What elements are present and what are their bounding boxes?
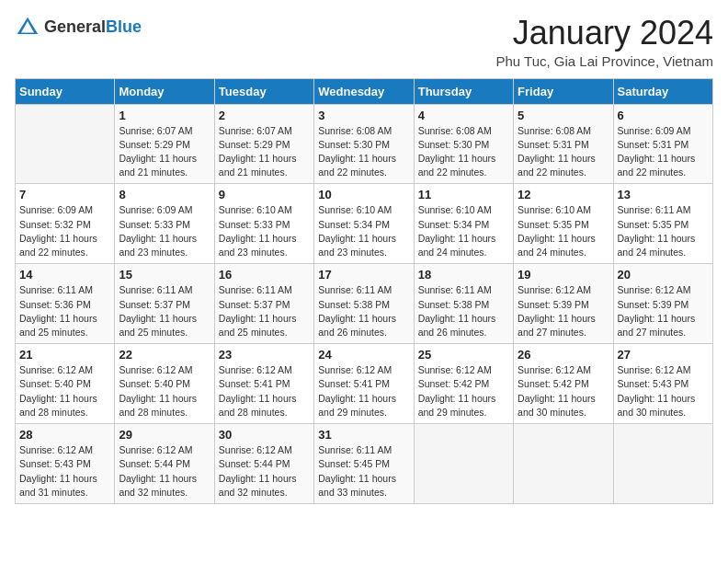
day-info: Sunrise: 6:08 AM Sunset: 5:30 PM Dayligh… — [318, 124, 409, 180]
day-number: 26 — [518, 348, 609, 362]
day-number: 1 — [119, 109, 210, 122]
logo-icon — [15, 15, 40, 40]
calendar-cell: 22Sunrise: 6:12 AM Sunset: 5:40 PM Dayli… — [115, 344, 214, 424]
calendar-cell: 16Sunrise: 6:11 AM Sunset: 5:37 PM Dayli… — [214, 264, 313, 344]
logo: General Blue — [15, 15, 142, 40]
day-number: 21 — [19, 348, 110, 362]
calendar-cell — [16, 104, 115, 184]
calendar-cell: 23Sunrise: 6:12 AM Sunset: 5:41 PM Dayli… — [214, 344, 313, 424]
calendar-week-row: 7Sunrise: 6:09 AM Sunset: 5:32 PM Daylig… — [16, 184, 713, 264]
calendar-week-row: 21Sunrise: 6:12 AM Sunset: 5:40 PM Dayli… — [16, 344, 713, 424]
calendar-cell — [414, 424, 513, 504]
day-info: Sunrise: 6:11 AM Sunset: 5:38 PM Dayligh… — [318, 283, 409, 339]
day-info: Sunrise: 6:12 AM Sunset: 5:44 PM Dayligh… — [219, 443, 310, 500]
day-info: Sunrise: 6:08 AM Sunset: 5:30 PM Dayligh… — [418, 124, 509, 180]
day-number: 28 — [19, 428, 110, 442]
day-number: 4 — [418, 109, 509, 122]
day-info: Sunrise: 6:08 AM Sunset: 5:31 PM Dayligh… — [518, 124, 609, 180]
day-number: 13 — [618, 188, 709, 201]
calendar-week-row: 14Sunrise: 6:11 AM Sunset: 5:36 PM Dayli… — [16, 264, 713, 344]
calendar-subtitle: Phu Tuc, Gia Lai Province, Vietnam — [495, 53, 713, 69]
calendar-cell: 3Sunrise: 6:08 AM Sunset: 5:30 PM Daylig… — [314, 104, 414, 184]
calendar-week-row: 28Sunrise: 6:12 AM Sunset: 5:43 PM Dayli… — [16, 424, 713, 504]
logo-text: General Blue — [44, 18, 142, 37]
day-info: Sunrise: 6:10 AM Sunset: 5:33 PM Dayligh… — [219, 203, 310, 259]
logo-blue: Blue — [106, 18, 142, 37]
day-info: Sunrise: 6:10 AM Sunset: 5:34 PM Dayligh… — [418, 203, 509, 259]
day-number: 10 — [318, 188, 409, 201]
day-info: Sunrise: 6:07 AM Sunset: 5:29 PM Dayligh… — [219, 124, 310, 180]
weekday-header-saturday: Saturday — [613, 78, 712, 104]
day-number: 8 — [119, 188, 210, 201]
day-number: 5 — [518, 109, 609, 122]
day-number: 11 — [418, 188, 509, 201]
day-number: 7 — [19, 188, 110, 201]
day-number: 12 — [518, 188, 609, 201]
calendar-cell: 2Sunrise: 6:07 AM Sunset: 5:29 PM Daylig… — [214, 104, 313, 184]
day-info: Sunrise: 6:12 AM Sunset: 5:40 PM Dayligh… — [119, 363, 210, 419]
weekday-header-friday: Friday — [514, 78, 613, 104]
day-number: 24 — [318, 348, 409, 362]
calendar-cell: 24Sunrise: 6:12 AM Sunset: 5:41 PM Dayli… — [314, 344, 414, 424]
calendar-cell: 9Sunrise: 6:10 AM Sunset: 5:33 PM Daylig… — [214, 184, 313, 264]
calendar-cell: 5Sunrise: 6:08 AM Sunset: 5:31 PM Daylig… — [514, 104, 613, 184]
day-number: 15 — [119, 268, 210, 282]
calendar-cell: 15Sunrise: 6:11 AM Sunset: 5:37 PM Dayli… — [115, 264, 214, 344]
page-header: General Blue January 2024 Phu Tuc, Gia L… — [15, 15, 713, 69]
day-number: 23 — [219, 348, 310, 362]
day-number: 2 — [219, 109, 310, 122]
day-info: Sunrise: 6:11 AM Sunset: 5:36 PM Dayligh… — [19, 283, 110, 339]
day-number: 16 — [219, 268, 310, 282]
calendar-cell: 26Sunrise: 6:12 AM Sunset: 5:42 PM Dayli… — [514, 344, 613, 424]
calendar-cell: 28Sunrise: 6:12 AM Sunset: 5:43 PM Dayli… — [16, 424, 115, 504]
day-info: Sunrise: 6:12 AM Sunset: 5:41 PM Dayligh… — [318, 363, 409, 419]
calendar-cell: 17Sunrise: 6:11 AM Sunset: 5:38 PM Dayli… — [314, 264, 414, 344]
calendar-cell: 30Sunrise: 6:12 AM Sunset: 5:44 PM Dayli… — [214, 424, 313, 504]
day-number: 18 — [418, 268, 509, 282]
day-info: Sunrise: 6:09 AM Sunset: 5:33 PM Dayligh… — [119, 203, 210, 259]
calendar-cell: 12Sunrise: 6:10 AM Sunset: 5:35 PM Dayli… — [514, 184, 613, 264]
calendar-cell: 1Sunrise: 6:07 AM Sunset: 5:29 PM Daylig… — [115, 104, 214, 184]
day-info: Sunrise: 6:12 AM Sunset: 5:43 PM Dayligh… — [19, 443, 110, 500]
calendar-cell: 18Sunrise: 6:11 AM Sunset: 5:38 PM Dayli… — [414, 264, 513, 344]
calendar-week-row: 1Sunrise: 6:07 AM Sunset: 5:29 PM Daylig… — [16, 104, 713, 184]
calendar-cell — [613, 424, 712, 504]
calendar-cell: 14Sunrise: 6:11 AM Sunset: 5:36 PM Dayli… — [16, 264, 115, 344]
calendar-cell: 19Sunrise: 6:12 AM Sunset: 5:39 PM Dayli… — [514, 264, 613, 344]
day-info: Sunrise: 6:12 AM Sunset: 5:41 PM Dayligh… — [219, 363, 310, 419]
calendar-cell: 25Sunrise: 6:12 AM Sunset: 5:42 PM Dayli… — [414, 344, 513, 424]
day-number: 6 — [618, 109, 709, 122]
day-info: Sunrise: 6:10 AM Sunset: 5:35 PM Dayligh… — [518, 203, 609, 259]
weekday-header-wednesday: Wednesday — [314, 78, 414, 104]
day-info: Sunrise: 6:12 AM Sunset: 5:43 PM Dayligh… — [618, 363, 709, 419]
calendar-cell: 10Sunrise: 6:10 AM Sunset: 5:34 PM Dayli… — [314, 184, 414, 264]
day-info: Sunrise: 6:09 AM Sunset: 5:32 PM Dayligh… — [19, 203, 110, 259]
day-info: Sunrise: 6:12 AM Sunset: 5:42 PM Dayligh… — [518, 363, 609, 419]
title-area: January 2024 Phu Tuc, Gia Lai Province, … — [495, 15, 713, 69]
weekday-header-monday: Monday — [115, 78, 214, 104]
day-number: 27 — [618, 348, 709, 362]
calendar-cell — [514, 424, 613, 504]
day-number: 25 — [418, 348, 509, 362]
calendar-cell: 13Sunrise: 6:11 AM Sunset: 5:35 PM Dayli… — [613, 184, 712, 264]
day-info: Sunrise: 6:11 AM Sunset: 5:45 PM Dayligh… — [318, 443, 409, 500]
calendar-cell: 11Sunrise: 6:10 AM Sunset: 5:34 PM Dayli… — [414, 184, 513, 264]
day-info: Sunrise: 6:07 AM Sunset: 5:29 PM Dayligh… — [119, 124, 210, 180]
day-number: 3 — [318, 109, 409, 122]
logo-general: General — [44, 18, 106, 37]
day-number: 22 — [119, 348, 210, 362]
calendar-table: SundayMondayTuesdayWednesdayThursdayFrid… — [15, 78, 713, 504]
calendar-cell: 6Sunrise: 6:09 AM Sunset: 5:31 PM Daylig… — [613, 104, 712, 184]
day-number: 20 — [618, 268, 709, 282]
day-number: 9 — [219, 188, 310, 201]
day-info: Sunrise: 6:11 AM Sunset: 5:37 PM Dayligh… — [119, 283, 210, 339]
day-info: Sunrise: 6:12 AM Sunset: 5:40 PM Dayligh… — [19, 363, 110, 419]
day-info: Sunrise: 6:12 AM Sunset: 5:39 PM Dayligh… — [618, 283, 709, 339]
day-number: 14 — [19, 268, 110, 282]
day-info: Sunrise: 6:12 AM Sunset: 5:44 PM Dayligh… — [119, 443, 210, 500]
calendar-cell: 8Sunrise: 6:09 AM Sunset: 5:33 PM Daylig… — [115, 184, 214, 264]
day-info: Sunrise: 6:12 AM Sunset: 5:42 PM Dayligh… — [418, 363, 509, 419]
calendar-cell: 29Sunrise: 6:12 AM Sunset: 5:44 PM Dayli… — [115, 424, 214, 504]
day-number: 30 — [219, 428, 310, 442]
day-number: 29 — [119, 428, 210, 442]
